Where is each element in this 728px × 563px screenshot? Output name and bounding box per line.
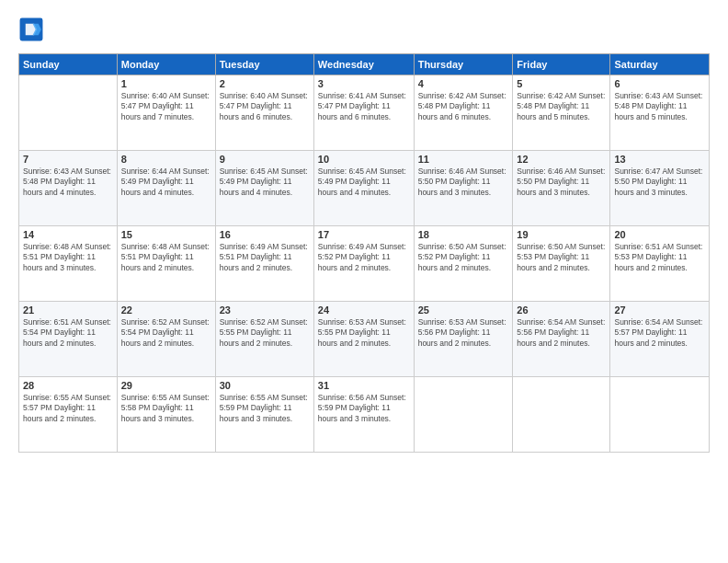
day-info: Sunrise: 6:51 AM Sunset: 5:54 PM Dayligh… — [23, 317, 113, 349]
day-info: Sunrise: 6:48 AM Sunset: 5:51 PM Dayligh… — [23, 242, 113, 273]
calendar-cell — [414, 377, 513, 453]
calendar: SundayMondayTuesdayWednesdayThursdayFrid… — [18, 53, 710, 453]
day-number: 4 — [418, 78, 509, 89]
weekday-header-friday: Friday — [513, 54, 610, 75]
day-info: Sunrise: 6:47 AM Sunset: 5:50 PM Dayligh… — [614, 167, 705, 198]
weekday-header-row: SundayMondayTuesdayWednesdayThursdayFrid… — [19, 54, 710, 75]
week-row-2: 7Sunrise: 6:43 AM Sunset: 5:48 PM Daylig… — [19, 151, 710, 226]
calendar-cell: 11Sunrise: 6:46 AM Sunset: 5:50 PM Dayli… — [414, 151, 513, 226]
day-info: Sunrise: 6:45 AM Sunset: 5:49 PM Dayligh… — [318, 167, 410, 198]
weekday-header-sunday: Sunday — [19, 54, 118, 75]
day-info: Sunrise: 6:52 AM Sunset: 5:55 PM Dayligh… — [220, 317, 310, 349]
day-number: 13 — [614, 154, 705, 165]
calendar-cell: 9Sunrise: 6:45 AM Sunset: 5:49 PM Daylig… — [215, 151, 313, 226]
day-info: Sunrise: 6:50 AM Sunset: 5:53 PM Dayligh… — [517, 242, 606, 273]
day-info: Sunrise: 6:41 AM Sunset: 5:47 PM Dayligh… — [318, 91, 410, 122]
day-info: Sunrise: 6:42 AM Sunset: 5:48 PM Dayligh… — [418, 91, 509, 122]
day-info: Sunrise: 6:44 AM Sunset: 5:49 PM Dayligh… — [121, 167, 211, 198]
calendar-cell: 3Sunrise: 6:41 AM Sunset: 5:47 PM Daylig… — [313, 75, 414, 151]
calendar-cell: 13Sunrise: 6:47 AM Sunset: 5:50 PM Dayli… — [610, 151, 710, 226]
day-number: 21 — [23, 304, 113, 316]
calendar-cell: 20Sunrise: 6:51 AM Sunset: 5:53 PM Dayli… — [610, 226, 710, 302]
day-info: Sunrise: 6:55 AM Sunset: 5:58 PM Dayligh… — [121, 393, 211, 424]
weekday-header-monday: Monday — [117, 54, 215, 75]
calendar-cell: 1Sunrise: 6:40 AM Sunset: 5:47 PM Daylig… — [117, 75, 215, 151]
day-number: 14 — [23, 229, 113, 240]
day-info: Sunrise: 6:53 AM Sunset: 5:55 PM Dayligh… — [318, 317, 410, 349]
day-number: 8 — [121, 154, 211, 165]
calendar-cell: 22Sunrise: 6:52 AM Sunset: 5:54 PM Dayli… — [117, 302, 215, 377]
day-info: Sunrise: 6:43 AM Sunset: 5:48 PM Dayligh… — [23, 167, 113, 198]
day-info: Sunrise: 6:55 AM Sunset: 5:59 PM Dayligh… — [220, 393, 310, 424]
day-number: 18 — [418, 229, 509, 240]
day-info: Sunrise: 6:49 AM Sunset: 5:51 PM Dayligh… — [220, 242, 310, 273]
day-number: 9 — [220, 154, 310, 165]
weekday-header-tuesday: Tuesday — [215, 54, 313, 75]
day-info: Sunrise: 6:46 AM Sunset: 5:50 PM Dayligh… — [418, 167, 509, 198]
day-number: 31 — [318, 380, 410, 391]
day-number: 15 — [121, 229, 211, 240]
day-number: 19 — [517, 229, 606, 240]
calendar-cell: 28Sunrise: 6:55 AM Sunset: 5:57 PM Dayli… — [19, 377, 118, 453]
day-number: 22 — [121, 304, 211, 316]
day-number: 5 — [517, 78, 606, 89]
calendar-cell: 2Sunrise: 6:40 AM Sunset: 5:47 PM Daylig… — [215, 75, 313, 151]
day-number: 12 — [517, 154, 606, 165]
calendar-cell: 19Sunrise: 6:50 AM Sunset: 5:53 PM Dayli… — [513, 226, 610, 302]
day-info: Sunrise: 6:51 AM Sunset: 5:53 PM Dayligh… — [614, 242, 705, 273]
calendar-cell: 31Sunrise: 6:56 AM Sunset: 5:59 PM Dayli… — [313, 377, 414, 453]
day-info: Sunrise: 6:49 AM Sunset: 5:52 PM Dayligh… — [318, 242, 410, 273]
page: SundayMondayTuesdayWednesdayThursdayFrid… — [0, 0, 728, 563]
day-number: 29 — [121, 380, 211, 391]
weekday-header-thursday: Thursday — [414, 54, 513, 75]
day-number: 26 — [517, 304, 606, 316]
logo-icon — [18, 17, 44, 42]
day-info: Sunrise: 6:54 AM Sunset: 5:56 PM Dayligh… — [517, 317, 606, 349]
day-number: 28 — [23, 380, 113, 391]
day-info: Sunrise: 6:50 AM Sunset: 5:52 PM Dayligh… — [418, 242, 509, 273]
day-number: 27 — [614, 304, 705, 316]
calendar-cell: 15Sunrise: 6:48 AM Sunset: 5:51 PM Dayli… — [117, 226, 215, 302]
day-number: 10 — [318, 154, 410, 165]
calendar-cell: 5Sunrise: 6:42 AM Sunset: 5:48 PM Daylig… — [513, 75, 610, 151]
calendar-cell: 30Sunrise: 6:55 AM Sunset: 5:59 PM Dayli… — [215, 377, 313, 453]
day-info: Sunrise: 6:55 AM Sunset: 5:57 PM Dayligh… — [23, 393, 113, 424]
day-number: 6 — [614, 78, 705, 89]
header — [18, 17, 710, 42]
week-row-4: 21Sunrise: 6:51 AM Sunset: 5:54 PM Dayli… — [19, 302, 710, 377]
day-number: 25 — [418, 304, 509, 316]
calendar-cell: 26Sunrise: 6:54 AM Sunset: 5:56 PM Dayli… — [513, 302, 610, 377]
calendar-cell: 29Sunrise: 6:55 AM Sunset: 5:58 PM Dayli… — [117, 377, 215, 453]
calendar-cell: 23Sunrise: 6:52 AM Sunset: 5:55 PM Dayli… — [215, 302, 313, 377]
calendar-cell: 18Sunrise: 6:50 AM Sunset: 5:52 PM Dayli… — [414, 226, 513, 302]
calendar-cell: 16Sunrise: 6:49 AM Sunset: 5:51 PM Dayli… — [215, 226, 313, 302]
day-info: Sunrise: 6:45 AM Sunset: 5:49 PM Dayligh… — [220, 167, 310, 198]
day-number: 3 — [318, 78, 410, 89]
day-number: 20 — [614, 229, 705, 240]
week-row-1: 1Sunrise: 6:40 AM Sunset: 5:47 PM Daylig… — [19, 75, 710, 151]
calendar-cell: 4Sunrise: 6:42 AM Sunset: 5:48 PM Daylig… — [414, 75, 513, 151]
weekday-header-saturday: Saturday — [610, 54, 710, 75]
day-info: Sunrise: 6:42 AM Sunset: 5:48 PM Dayligh… — [517, 91, 606, 122]
calendar-cell: 27Sunrise: 6:54 AM Sunset: 5:57 PM Dayli… — [610, 302, 710, 377]
day-info: Sunrise: 6:54 AM Sunset: 5:57 PM Dayligh… — [614, 317, 705, 349]
day-number: 11 — [418, 154, 509, 165]
day-number: 7 — [23, 154, 113, 165]
day-number: 2 — [220, 78, 310, 89]
calendar-cell: 21Sunrise: 6:51 AM Sunset: 5:54 PM Dayli… — [19, 302, 118, 377]
calendar-cell: 7Sunrise: 6:43 AM Sunset: 5:48 PM Daylig… — [19, 151, 118, 226]
day-info: Sunrise: 6:40 AM Sunset: 5:47 PM Dayligh… — [220, 91, 310, 122]
logo — [18, 17, 48, 42]
calendar-cell: 6Sunrise: 6:43 AM Sunset: 5:48 PM Daylig… — [610, 75, 710, 151]
calendar-cell: 10Sunrise: 6:45 AM Sunset: 5:49 PM Dayli… — [313, 151, 414, 226]
week-row-3: 14Sunrise: 6:48 AM Sunset: 5:51 PM Dayli… — [19, 226, 710, 302]
day-info: Sunrise: 6:52 AM Sunset: 5:54 PM Dayligh… — [121, 317, 211, 349]
calendar-cell — [610, 377, 710, 453]
calendar-cell — [513, 377, 610, 453]
calendar-cell: 14Sunrise: 6:48 AM Sunset: 5:51 PM Dayli… — [19, 226, 118, 302]
day-info: Sunrise: 6:56 AM Sunset: 5:59 PM Dayligh… — [318, 393, 410, 424]
weekday-header-wednesday: Wednesday — [313, 54, 414, 75]
day-number: 23 — [220, 304, 310, 316]
day-number: 17 — [318, 229, 410, 240]
day-number: 16 — [220, 229, 310, 240]
